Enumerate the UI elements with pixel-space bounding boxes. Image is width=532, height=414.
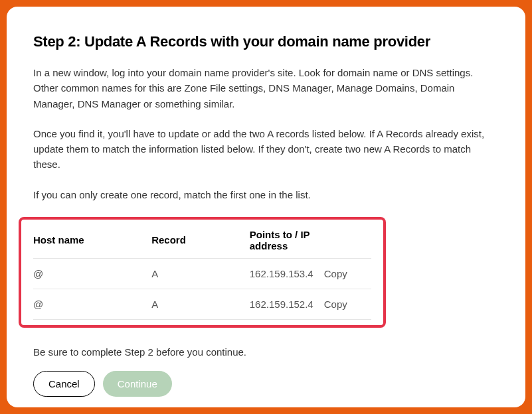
copy-button[interactable]: Copy xyxy=(324,268,347,279)
table-row: @ A 162.159.153.4 Copy xyxy=(33,258,371,289)
table-header-host: Host name xyxy=(33,229,151,259)
dns-records-highlight: Host name Record Points to / IP address … xyxy=(19,217,386,328)
cancel-button[interactable]: Cancel xyxy=(33,371,95,397)
continue-button[interactable]: Continue xyxy=(103,371,172,397)
cell-host: @ xyxy=(33,258,151,289)
reminder-text: Be sure to complete Step 2 before you co… xyxy=(33,346,499,358)
dns-records-table: Host name Record Points to / IP address … xyxy=(33,229,371,320)
page-title: Step 2: Update A Records with your domai… xyxy=(33,33,499,50)
cell-host: @ xyxy=(33,289,151,319)
instruction-paragraph-2: Once you find it, you'll have to update … xyxy=(33,126,499,172)
cell-record: A xyxy=(151,289,250,319)
cell-ip: 162.159.153.4 xyxy=(250,258,324,289)
table-header-record: Record xyxy=(151,229,250,259)
cell-ip: 162.159.152.4 xyxy=(250,289,324,319)
modal-step2: Step 2: Update A Records with your domai… xyxy=(7,7,525,407)
table-header-copy xyxy=(324,229,371,259)
table-row: @ A 162.159.152.4 Copy xyxy=(33,289,371,319)
button-row: Cancel Continue xyxy=(33,371,499,397)
instruction-paragraph-1: In a new window, log into your domain na… xyxy=(33,65,499,111)
instruction-paragraph-3: If you can only create one record, match… xyxy=(33,187,499,202)
table-header-ip: Points to / IP address xyxy=(250,229,324,259)
cell-record: A xyxy=(151,258,250,289)
copy-button[interactable]: Copy xyxy=(324,299,347,310)
